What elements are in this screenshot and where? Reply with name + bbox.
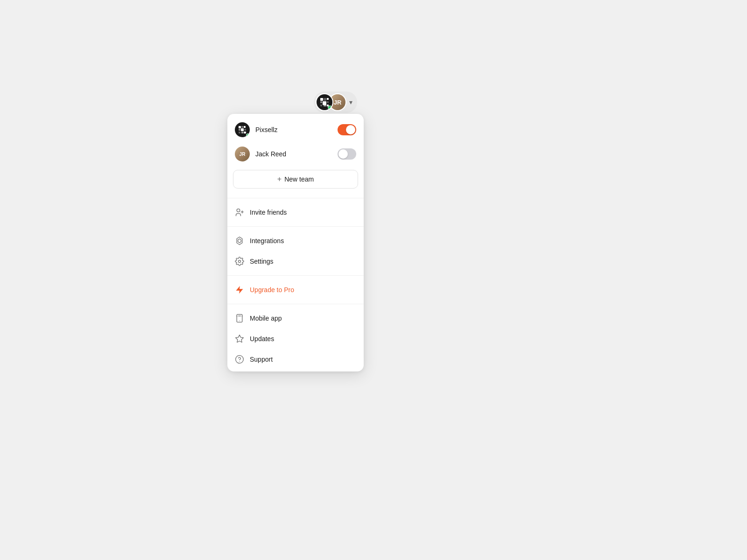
workspace-online-dot [246, 133, 250, 137]
online-indicator [328, 105, 332, 110]
plus-icon: + [277, 175, 282, 183]
svg-point-28 [236, 356, 244, 364]
workspace-item-jack-reed[interactable]: JR Jack Reed [227, 142, 364, 166]
support-icon [235, 355, 244, 364]
svg-point-23 [239, 260, 241, 263]
svg-rect-5 [327, 101, 329, 103]
svg-rect-11 [244, 126, 246, 128]
avatar-group: JR [316, 93, 346, 111]
svg-rect-12 [239, 129, 240, 131]
workspace-name-pixsellz: Pixsellz [255, 126, 277, 133]
svg-rect-25 [237, 315, 242, 322]
divider-3 [227, 275, 364, 276]
toggle-thumb-jack [338, 149, 348, 159]
workspace-item-pixsellz[interactable]: Pixsellz [227, 118, 364, 142]
workspace-left: Pixsellz [235, 122, 277, 137]
settings-item[interactable]: Settings [227, 251, 364, 272]
workspace-avatar-jack: JR [235, 147, 250, 161]
divider-1 [227, 198, 364, 198]
chevron-down-icon: ▾ [349, 98, 352, 106]
support-label: Support [250, 356, 273, 363]
invite-friends-item[interactable]: Invite friends [227, 202, 364, 223]
svg-marker-27 [236, 335, 244, 343]
svg-rect-17 [244, 132, 246, 133]
svg-rect-9 [239, 126, 241, 128]
new-team-button[interactable]: + New team [233, 170, 358, 189]
svg-rect-3 [320, 101, 322, 103]
svg-marker-21 [237, 237, 242, 245]
svg-point-18 [237, 209, 240, 212]
pixsellz-toggle[interactable] [338, 124, 356, 135]
mobile-app-item[interactable]: Mobile app [227, 308, 364, 329]
divider-4 [227, 304, 364, 304]
account-switcher-trigger[interactable]: JR ▾ [314, 91, 357, 113]
new-team-label: New team [284, 175, 314, 183]
account-dropdown-menu: Pixsellz JR Jack Reed + New team [227, 114, 364, 371]
svg-rect-7 [324, 105, 326, 106]
integrations-label: Integrations [250, 237, 284, 245]
divider-2 [227, 226, 364, 227]
svg-marker-22 [238, 239, 241, 243]
integrations-item[interactable]: Integrations [227, 231, 364, 251]
avatar-pixsellz [316, 93, 333, 111]
star-icon [235, 334, 244, 343]
workspace-left-jack: JR Jack Reed [235, 147, 286, 161]
svg-rect-1 [324, 98, 326, 101]
svg-marker-24 [236, 286, 243, 294]
support-item[interactable]: Support [227, 349, 364, 370]
menu-section-misc: Mobile app Updates Support [227, 306, 364, 371]
mobile-app-icon [235, 314, 244, 323]
integrations-icon [235, 236, 244, 245]
jack-reed-toggle[interactable] [338, 148, 356, 160]
invite-friends-label: Invite friends [250, 209, 287, 216]
svg-rect-6 [320, 105, 322, 106]
svg-rect-4 [323, 101, 326, 105]
updates-item[interactable]: Updates [227, 329, 364, 349]
settings-icon [235, 257, 244, 266]
svg-rect-13 [241, 128, 244, 131]
menu-section-pro: Upgrade to Pro [227, 278, 364, 302]
workspace-avatar-pixsellz [235, 122, 250, 137]
upgrade-pro-item[interactable]: Upgrade to Pro [227, 280, 364, 300]
workspace-name-jack: Jack Reed [255, 150, 286, 158]
svg-rect-2 [327, 98, 329, 100]
svg-rect-16 [241, 132, 243, 133]
lightning-icon [235, 285, 244, 294]
menu-section-invite: Invite friends [227, 200, 364, 224]
settings-label: Settings [250, 258, 274, 265]
invite-friends-icon [235, 208, 244, 217]
toggle-thumb [346, 125, 355, 134]
svg-rect-14 [244, 129, 246, 131]
updates-label: Updates [250, 335, 274, 343]
menu-section-tools: Integrations Settings [227, 229, 364, 273]
workspace-section: Pixsellz JR Jack Reed + New team [227, 114, 364, 196]
svg-rect-15 [239, 132, 240, 133]
svg-rect-10 [241, 126, 243, 128]
upgrade-pro-label: Upgrade to Pro [250, 286, 294, 294]
mobile-app-label: Mobile app [250, 315, 282, 322]
svg-rect-0 [320, 98, 323, 101]
